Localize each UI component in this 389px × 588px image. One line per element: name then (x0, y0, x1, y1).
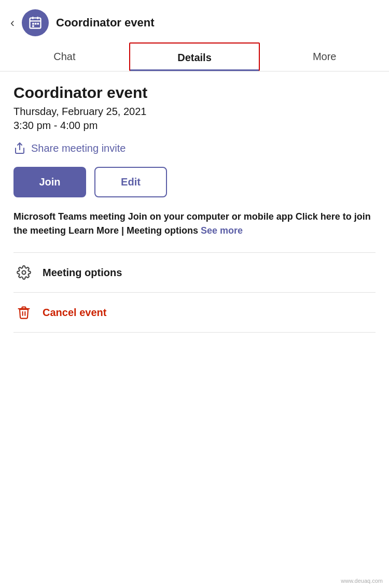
event-time: 3:30 pm - 4:00 pm (13, 120, 376, 132)
watermark: www.deuaq.com (341, 578, 383, 584)
cancel-event-label: Cancel event (43, 307, 106, 319)
event-date: Thursday, February 25, 2021 (13, 106, 376, 118)
tabs-bar: Chat Details More (0, 42, 389, 71)
svg-rect-5 (35, 23, 37, 25)
edit-button[interactable]: Edit (94, 167, 167, 197)
back-button[interactable]: ‹ (10, 17, 15, 29)
gear-icon (16, 264, 32, 281)
event-icon (22, 9, 49, 36)
share-icon (13, 142, 26, 154)
join-button[interactable]: Join (13, 167, 86, 197)
event-title: Coordinator event (13, 84, 376, 102)
svg-rect-6 (37, 23, 39, 25)
tab-more[interactable]: More (260, 42, 389, 71)
share-meeting-invite-label: Share meeting invite (31, 142, 126, 154)
header-title: Coordinator event (56, 16, 154, 30)
share-meeting-invite[interactable]: Share meeting invite (13, 142, 376, 154)
action-buttons: Join Edit (13, 167, 376, 197)
content-area: Coordinator event Thursday, February 25,… (0, 71, 389, 345)
meeting-options-label: Meeting options (43, 267, 122, 279)
svg-rect-7 (32, 25, 34, 27)
svg-rect-10 (20, 308, 28, 310)
divider-bottom (13, 332, 376, 333)
svg-rect-4 (32, 23, 34, 25)
header: ‹ Coordinator event (0, 0, 389, 42)
trash-icon (16, 304, 32, 321)
cancel-event-item[interactable]: Cancel event (13, 293, 376, 332)
tab-details[interactable]: Details (129, 42, 260, 71)
tab-chat[interactable]: Chat (0, 42, 129, 71)
meeting-options-item[interactable]: Meeting options (13, 253, 376, 292)
see-more-link[interactable]: See more (201, 225, 243, 236)
calendar-icon (28, 16, 43, 30)
svg-point-9 (22, 271, 26, 275)
meeting-description: Microsoft Teams meeting Join on your com… (13, 210, 376, 238)
